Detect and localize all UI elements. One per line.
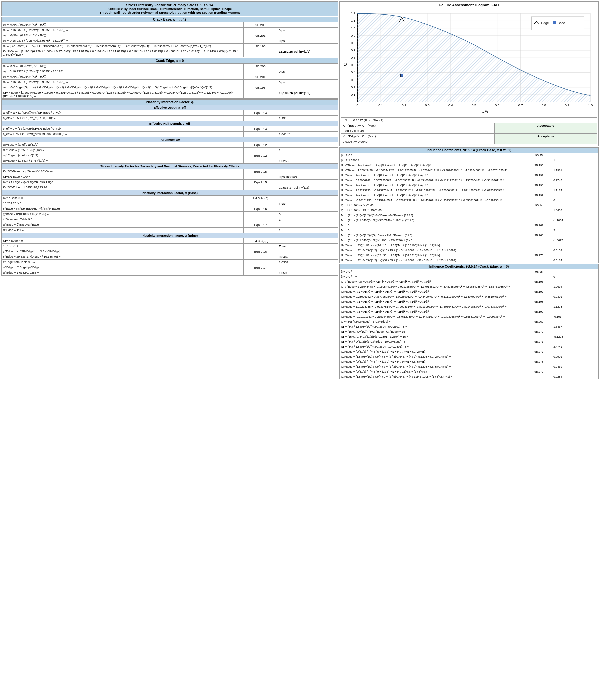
ie-r19-ref: 9B.278 [526,359,552,364]
ce-row6-eq: K₁^P-Edge = [1.2694*(6.929 + 1,800) + 0.… [2,90,244,99]
ie-r2-label: β = 2*0 / π = [340,274,526,279]
ib-r7-ref: 9B.198 [526,183,552,188]
left-panel: Stress Intensity Factor for Primary Stre… [1,1,338,380]
ib-r8-val: 1.1174 [552,188,599,193]
ed-row2-val: 1.25" [277,116,338,121]
legend-base-label: Base [558,21,565,25]
plasticity-base-header: Plasticity Interaction Factor, φ (Base) [2,190,338,196]
ie-r15-val [552,339,599,344]
eh-row1-val [277,126,338,132]
pb-row5-val: 1 [277,217,338,222]
ib-r11-val [552,203,599,208]
ie-r1-ref: 9B.95 [526,269,552,274]
svg-text:0.1: 0.1 [378,103,383,107]
cb-row6-eq: K₁^P-Base = [1.1961*(6.929 + 1,800) + 0.… [2,49,244,57]
ib-r11-label: Q = 1 + 1.464*(a / c)^1.65 [340,203,526,208]
sf-row1-val [277,169,338,174]
ib-r1-label: β = 2*0 / π [340,153,526,158]
svg-text:0.5: 0.5 [351,63,356,67]
ie-r14-val: -5.1208 [552,334,599,339]
ie-r5-label: G₁^Edge = A₀₁ + A₁₁*β + A₂₁*β² + A₃₁*β³ … [340,289,526,294]
ie-r10-val: -0.101 [552,314,599,319]
ce-row1-eq: σ₅ = Mₜ*R₀ / (0.25*π*(R₀⁴ - Rᵢ⁴)) [2,64,244,69]
eh-row1: c_eff = c + (1 / (2*π))*(K₁^SR-Edge / σ_… [2,126,244,132]
pe-row5: ζ^Edge from Table 9.3 = [2,260,244,265]
ib-r22-val: 0.5184 [552,258,599,263]
ie-r1-label: β = 2*0 / π [340,269,526,274]
fad-kr-edge-label: K_r^Edge >= K_r (Max) [341,134,495,139]
svg-text:0.6: 0.6 [351,56,356,59]
svg-text:0.1: 0.1 [351,93,356,96]
ie-r21-label: G₆^Edge = (Q^(1/2) / π)*(4 / 9 + (2 / 5)… [340,369,526,374]
ib-r7-val [552,183,599,188]
pb-row3-ref: Eqn 9.16 [244,206,277,212]
ie-r8-label: G₂^Edge = 1.12273735 + -0.97397514*0 + 2… [340,304,526,309]
svg-text:0.3: 0.3 [425,103,430,107]
pb-row2: 15,252.25 > 0 [2,201,244,206]
pe-row4-val: 0.3462 [277,254,338,260]
pb-row5: ζ^Base from Table 9.3 = [2,217,244,222]
ie-r16-val: 2.4741 [552,344,599,349]
pb-row6-val [277,222,338,228]
pb-row6: φ^Base = ζ^Base*φ₀^Base [2,222,244,228]
param-phi0-header: Parameter φ0 [2,137,338,142]
sf-row4: K₁^SR-Edge = 1.0258*28,793.96 = [2,185,244,190]
pp-row3-ref: Eqn 9.12 [244,153,277,158]
stress-factor-header: Stress Intensity Factor for Secondary an… [2,164,338,169]
ib-r13-val [552,213,599,218]
ib-r6-val: 0.7746 [552,178,599,183]
ib-r9-val [552,193,599,198]
ib-r2-val: 1 [552,158,599,163]
crack-base-header: Crack Base, φ = π / 2 [2,17,338,22]
pe-row3: χ^Edge = K₁^SR-Edge*(L_r^f / K₁^P-Edge) [2,249,244,254]
cb-row2-val: 0 psi [277,28,338,33]
pp-row4-val: 1.0258 [277,158,338,164]
ib-r3-ref: 9B.196 [526,163,552,168]
pb-row1-val [277,196,338,201]
ce-row6-val: 16,186.76 psi in^(1/2) [277,90,338,99]
eff-half-header: Effective Half-Length, c_eff [2,121,338,126]
ib-r9-ref: 9B.199 [526,193,552,198]
svg-text:0.4: 0.4 [448,103,453,107]
pb-row1: K₁^P-Base > 0 [2,196,244,201]
ie-r22-label: G₆^Edge = (1.8403^(1/2) / π)*(4 / 9 + (2… [340,374,526,379]
ib-r10-label: G₃^Base = -0.10101953 + 0.21594485*1 + -… [340,198,526,203]
ie-r9-val [552,309,599,314]
pe-row1-ref: 9.4.3.2()(3) [244,238,277,244]
svg-text:Kr: Kr [343,62,348,66]
ib-r12-label: Q = 1 + 1.464*(1.25 / 1.75)^1.65 = [340,208,526,213]
cb-row5-ref: 9B.195 [244,44,277,49]
inf-base-table: Influence Coefficients, 9B.5.14 (Crack B… [339,147,599,263]
eh-row2-val: 1.8414" [277,132,338,137]
ie-r13-ref: 9B.270 [526,329,552,334]
pe-row3-ref: Eqn 9.16 [244,249,277,254]
ie-r9-ref: 9B.199 [526,309,552,314]
ie-r5-val [552,289,599,294]
svg-text:0: 0 [354,100,356,104]
ie-r8-val: 1.1273 [552,304,599,309]
ib-r10-val: 0 [552,198,599,203]
ib-r13-ref [526,213,552,218]
ie-r11-val [552,319,599,324]
cb-row4-val: 0 psi [277,38,338,44]
ib-r20-val: 0.6102 [552,248,599,253]
pb-row1-ref: 9.4.3.2()(3) [244,196,277,201]
cb-row5-eq: σ₄ = [G₀^Base*(G₀ + p₀) + G₁^Base*σ₁*(a … [2,44,244,49]
sf-row1-ref: Eqn 9.15 [244,169,277,174]
cb-row1-eq: σ₅ = Mₜ*R₀ / (0.25*π*(R₀⁴ - Rᵢ⁴)) [2,22,244,28]
svg-text:0.9: 0.9 [565,103,570,107]
cb-row1-ref: 9B.200 [244,22,277,28]
pe-row1: K₁^P-Edge > 0 [2,238,244,244]
pp-row3: φ₀^Edge = (c_eff / c)^(1/2) [2,153,244,158]
fad-kr-base-value: 0.30 >= 0.9949 [341,128,495,134]
svg-text:0.6: 0.6 [495,103,500,107]
ie-r17-label: G₄^Edge = (Q^(1/2) / π)*(4 / 5 + (2 / 3)… [340,349,526,354]
ib-r6-label: G₁^Base = 0.23006942 + 0.33772508*1 + -1… [340,178,526,183]
cb-row3-ref: 9B.201 [244,33,277,38]
ie-r2-val: 0 [552,274,599,279]
ib-r18-label: M₃ = (6*π / (2*1.8403)^(1/2))*(1.1961 - … [340,238,526,243]
ie-r14-label: N₂ = (15*π / 1.8403^(1/2))*(3*0.2301 - 1… [340,334,526,339]
ie-r17-val [552,349,599,354]
ie-r19-label: G₅^Edge = (Q^(1/2) / π)*(4 / 7 + (1 / 2)… [340,359,526,364]
ie-r7-val [552,299,599,304]
